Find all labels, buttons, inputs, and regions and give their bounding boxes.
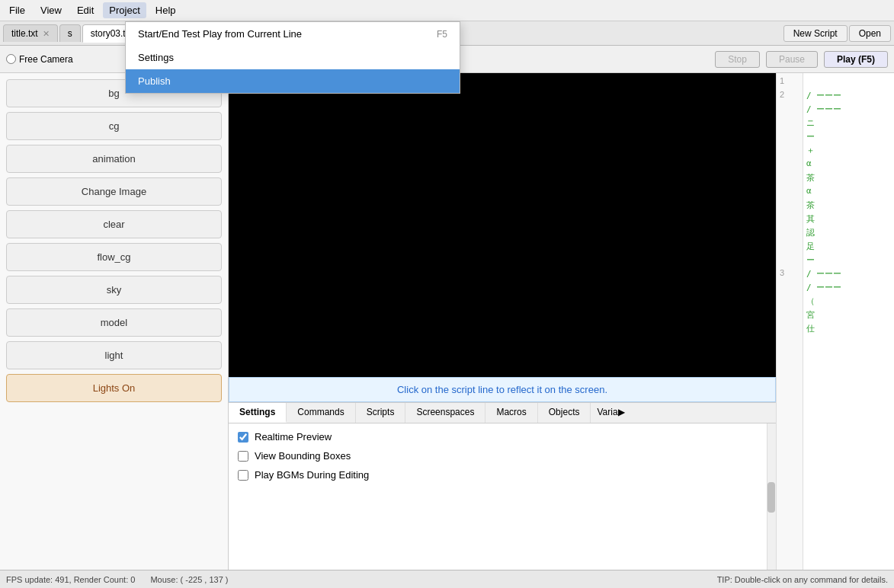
mouse-status: Mouse: ( -225 , 137 ) xyxy=(150,575,228,584)
status-bar: FPS update: 491, Render Count: 0 Mouse: … xyxy=(0,570,894,588)
sidebar-btn-model[interactable]: model xyxy=(6,308,222,337)
sidebar-btn-sky[interactable]: sky xyxy=(6,276,222,304)
center-area: Click on the script line to reflect it o… xyxy=(229,73,776,570)
sidebar-btn-clear[interactable]: clear xyxy=(6,210,222,238)
code-text-16: / ーーー xyxy=(803,282,894,296)
code-gutter: 1 2 3 xyxy=(776,73,803,570)
code-line-8 xyxy=(777,172,803,186)
code-text-7: α xyxy=(803,158,894,172)
sidebar-btn-animation[interactable]: animation xyxy=(6,145,222,173)
code-text-14: ー xyxy=(803,254,894,268)
menu-project[interactable]: Project xyxy=(103,2,146,18)
code-line-19 xyxy=(777,323,803,337)
stop-button[interactable]: Stop xyxy=(715,51,760,68)
code-line-9 xyxy=(777,186,803,200)
code-text-15: / ーーー xyxy=(803,268,894,282)
play-button[interactable]: Play (F5) xyxy=(824,51,888,68)
menu-file[interactable]: File xyxy=(3,2,31,18)
code-text-3: / ーーー xyxy=(803,104,894,117)
play-bgm-row: Play BGMs During Editing xyxy=(238,469,767,481)
camera-radio[interactable]: Free Camera xyxy=(6,54,73,65)
code-text-19: 仕 xyxy=(803,323,894,337)
bottom-content: Realtime Preview View Bounding Boxes Pla… xyxy=(229,423,776,570)
sidebar-btn-light[interactable]: light xyxy=(6,341,222,369)
bottom-tabs: Settings Commands Scripts Screenspaces M… xyxy=(229,403,776,423)
tab-s[interactable]: s xyxy=(59,24,81,42)
bottom-tab-screenspaces[interactable]: Screenspaces xyxy=(405,403,485,423)
bottom-scrollbar-track[interactable] xyxy=(767,423,776,570)
code-text-2: / ーーー xyxy=(803,90,894,104)
fps-status: FPS update: 491, Render Count: 0 xyxy=(6,575,135,584)
dropdown-item-publish[interactable]: Publish xyxy=(126,69,460,93)
code-line-1: 1 xyxy=(777,76,803,90)
code-line-2: 2 xyxy=(777,90,803,104)
menu-edit[interactable]: Edit xyxy=(71,2,100,18)
code-line-6 xyxy=(777,145,803,158)
open-button[interactable]: Open xyxy=(849,25,891,42)
code-line-10 xyxy=(777,200,803,213)
bottom-tab-objects[interactable]: Objects xyxy=(538,403,591,423)
right-panel: 1 2 3 / ーーー / ーーー ニ ー ＋ xyxy=(776,73,894,570)
code-line-16 xyxy=(777,282,803,296)
script-hint: Click on the script line to reflect it o… xyxy=(229,377,776,402)
view-bounding-checkbox[interactable] xyxy=(238,451,248,462)
bottom-tab-scripts[interactable]: Scripts xyxy=(356,403,406,423)
code-line-15: 3 xyxy=(777,268,803,282)
code-line-17 xyxy=(777,296,803,309)
menu-bar: File View Edit Project Help xyxy=(0,0,894,21)
view-bounding-row: View Bounding Boxes xyxy=(238,450,767,462)
play-bgm-checkbox[interactable] xyxy=(238,470,248,481)
code-text-12: 認 xyxy=(803,227,894,241)
realtime-preview-checkbox[interactable] xyxy=(238,432,248,443)
code-text-4: ニ xyxy=(803,117,894,131)
dropdown-item-testplay[interactable]: Start/End Test Play from Current Line F5 xyxy=(126,22,460,46)
code-line-12 xyxy=(777,227,803,241)
dropdown-item-settings[interactable]: Settings xyxy=(126,46,460,69)
code-line-4 xyxy=(777,117,803,131)
code-text-8: 茶 xyxy=(803,172,894,186)
code-text-5: ー xyxy=(803,131,894,145)
code-line-18 xyxy=(777,309,803,323)
sidebar: bg cg animation Change Image clear flow_… xyxy=(0,73,229,570)
realtime-preview-row: Realtime Preview xyxy=(238,431,767,443)
menu-help[interactable]: Help xyxy=(149,2,182,18)
code-line-13 xyxy=(777,241,803,254)
code-text-17: （ xyxy=(803,296,894,309)
project-dropdown: Start/End Test Play from Current Line F5… xyxy=(125,21,460,94)
bottom-panel: Settings Commands Scripts Screenspaces M… xyxy=(229,402,776,570)
bottom-tab-settings[interactable]: Settings xyxy=(229,403,287,423)
code-text-18: 宮 xyxy=(803,309,894,323)
pause-button[interactable]: Pause xyxy=(766,51,818,68)
code-text-9: α xyxy=(803,186,894,200)
sidebar-btn-cg[interactable]: cg xyxy=(6,112,222,140)
new-script-button[interactable]: New Script xyxy=(783,25,848,42)
sidebar-btn-change-image[interactable]: Change Image xyxy=(6,177,222,206)
tab-close-title[interactable]: ✕ xyxy=(43,29,50,39)
code-line-3 xyxy=(777,104,803,117)
code-text-1 xyxy=(803,76,894,90)
code-line-5 xyxy=(777,131,803,145)
code-line-14 xyxy=(777,254,803,268)
code-line-11 xyxy=(777,213,803,227)
code-text-6: ＋ xyxy=(803,145,894,158)
sidebar-btn-lights-on[interactable]: Lights On xyxy=(6,374,222,402)
bottom-tab-varia[interactable]: Varia▶ xyxy=(591,403,630,423)
tip-status: TIP: Double-click on any command for det… xyxy=(717,575,888,584)
sidebar-btn-flow-cg[interactable]: flow_cg xyxy=(6,243,222,271)
bottom-tab-commands[interactable]: Commands xyxy=(287,403,355,423)
code-content: / ーーー / ーーー ニ ー ＋ α 茶 α 茶 其 認 足 ー / ーーー … xyxy=(803,73,894,570)
bottom-scrollbar-thumb[interactable] xyxy=(767,482,775,513)
code-text-10: 茶 xyxy=(803,200,894,213)
code-text-11: 其 xyxy=(803,213,894,227)
bottom-tab-macros[interactable]: Macros xyxy=(485,403,537,423)
tab-title-txt[interactable]: title.txt ✕ xyxy=(3,24,58,42)
preview-area xyxy=(229,73,776,377)
code-line-7 xyxy=(777,158,803,172)
code-text-13: 足 xyxy=(803,241,894,254)
menu-view[interactable]: View xyxy=(34,2,68,18)
main-layout: bg cg animation Change Image clear flow_… xyxy=(0,73,894,570)
